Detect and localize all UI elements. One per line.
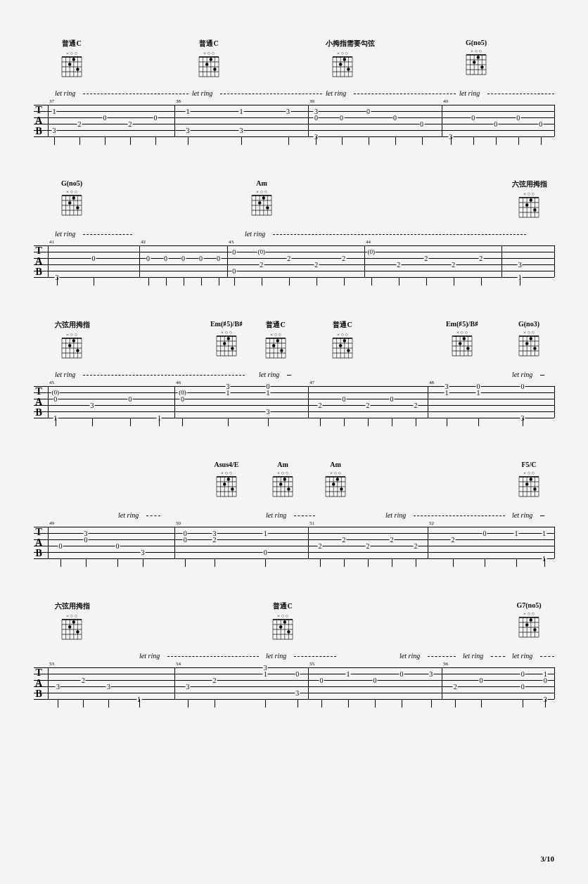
svg-point-267 xyxy=(72,620,75,623)
letring-row: let ringlet ringlet ring xyxy=(34,371,554,380)
let-ring-label: let ring xyxy=(139,652,160,660)
svg-text:× ○ ○: × ○ ○ xyxy=(221,330,232,335)
tab-staff: TAB41424344300000000(0)2222(0)222231 xyxy=(34,240,554,282)
svg-point-268 xyxy=(68,625,71,628)
svg-point-87 xyxy=(262,196,265,199)
chord-name: Am xyxy=(319,461,352,468)
barline xyxy=(48,105,49,136)
fret-number: 1 xyxy=(346,671,351,677)
svg-point-133 xyxy=(223,342,226,345)
barline xyxy=(442,105,442,136)
fretboard-icon: × ○ ○ xyxy=(331,331,354,359)
svg-point-12 xyxy=(72,58,75,60)
note-stem xyxy=(473,136,474,145)
measure-number: 37 xyxy=(49,98,54,104)
fret-number: 0 xyxy=(231,268,236,274)
fret-number: 0 xyxy=(342,396,347,402)
note-stem xyxy=(262,277,262,286)
fret-number: 3 xyxy=(286,108,290,115)
note-stem xyxy=(455,699,456,707)
barline xyxy=(48,245,49,277)
svg-point-89 xyxy=(266,206,269,209)
note-stem xyxy=(79,136,80,145)
page-number: 3/10 xyxy=(540,854,554,863)
note-stem xyxy=(143,558,143,567)
barline xyxy=(174,105,175,136)
measure-number: 40 xyxy=(443,98,448,104)
svg-point-269 xyxy=(76,630,79,633)
chord-name: 普通C xyxy=(55,39,89,49)
fret-number: 0 xyxy=(373,677,378,684)
fret-number: 0 xyxy=(128,396,133,402)
let-ring-dash xyxy=(146,515,160,516)
svg-text:× ○ ○: × ○ ○ xyxy=(66,332,77,338)
fret-number: 0 xyxy=(520,671,525,677)
chord-diagram: Em(♯5)/B♯× ○ ○ xyxy=(445,320,479,357)
note-stem xyxy=(108,699,109,707)
let-ring-dash xyxy=(83,234,132,235)
fret-number: 0 xyxy=(400,671,404,677)
fret-number: 3 xyxy=(295,690,300,696)
svg-point-194 xyxy=(533,347,536,350)
let-ring-dash xyxy=(487,94,554,94)
fret-number: 3 xyxy=(428,671,433,677)
note-stem xyxy=(159,418,160,426)
fret-number: 3 xyxy=(52,127,57,134)
fret-number: 3 xyxy=(90,402,95,409)
svg-point-117 xyxy=(72,339,75,342)
measure-number: 55 xyxy=(309,661,314,667)
note-stem xyxy=(60,558,61,567)
svg-text:× ○ ○: × ○ ○ xyxy=(277,613,288,619)
note-stem xyxy=(392,418,392,426)
fret-number: 2 xyxy=(414,543,418,549)
svg-point-223 xyxy=(279,482,282,485)
fret-number: 2 xyxy=(478,255,483,262)
barline xyxy=(554,245,555,277)
let-ring-dash xyxy=(354,94,456,94)
svg-text:× ○ ○: × ○ ○ xyxy=(456,330,468,335)
chord-name: 普通C xyxy=(326,320,359,330)
barline xyxy=(174,386,175,418)
fret-number: 0 xyxy=(163,255,168,262)
fret-number: 1 xyxy=(445,390,449,396)
fretboard-icon: × ○ ○ xyxy=(215,470,238,498)
let-ring-label: let ring xyxy=(463,652,483,660)
fretboard-icon: × ○ ○ xyxy=(517,191,541,219)
tab-staff: TAB495051520300300320102222220111 xyxy=(34,521,554,563)
fret-number: 2 xyxy=(212,677,217,684)
note-stem xyxy=(228,418,229,426)
chord-diagram: 六弦用拇指× ○ ○ xyxy=(55,320,89,359)
fret-number: 0 xyxy=(538,121,543,127)
fret-number: (0) xyxy=(367,249,376,255)
let-ring-dash xyxy=(540,515,544,516)
barline xyxy=(308,105,309,136)
fret-number: 2 xyxy=(81,677,86,684)
fret-number: 0 xyxy=(91,255,96,262)
fret-number: 2 xyxy=(423,255,428,262)
fret-number: 0 xyxy=(146,255,151,262)
fretboard-icon: × ○ ○ xyxy=(271,470,295,498)
note-stem xyxy=(155,136,156,145)
note-stem xyxy=(166,277,167,286)
note-stem xyxy=(320,558,321,567)
note-stem xyxy=(188,699,188,707)
fret-number: 0 xyxy=(392,115,397,121)
chord-diagram: Em(♯5)/B♯× ○ ○ xyxy=(210,320,243,357)
note-stem xyxy=(321,699,322,707)
fret-number: 0 xyxy=(84,537,89,543)
svg-point-118 xyxy=(68,344,71,347)
measure-number: 56 xyxy=(443,661,448,667)
fret-number: 3 xyxy=(141,549,146,556)
note-stem xyxy=(368,558,369,567)
chord-diagram: Asus4/E× ○ ○ xyxy=(210,461,243,498)
let-ring-label: let ring xyxy=(400,652,420,660)
chord-diagram: Am× ○ ○ xyxy=(319,461,352,498)
fret-number: 1 xyxy=(542,530,547,537)
svg-point-43 xyxy=(339,63,342,65)
svg-point-28 xyxy=(205,63,208,65)
note-stem xyxy=(130,418,131,426)
note-stem xyxy=(344,418,345,426)
fret-number: 0 xyxy=(419,121,424,127)
note-stem xyxy=(541,136,542,145)
fretboard-icon: × ○ ○ xyxy=(517,329,541,357)
